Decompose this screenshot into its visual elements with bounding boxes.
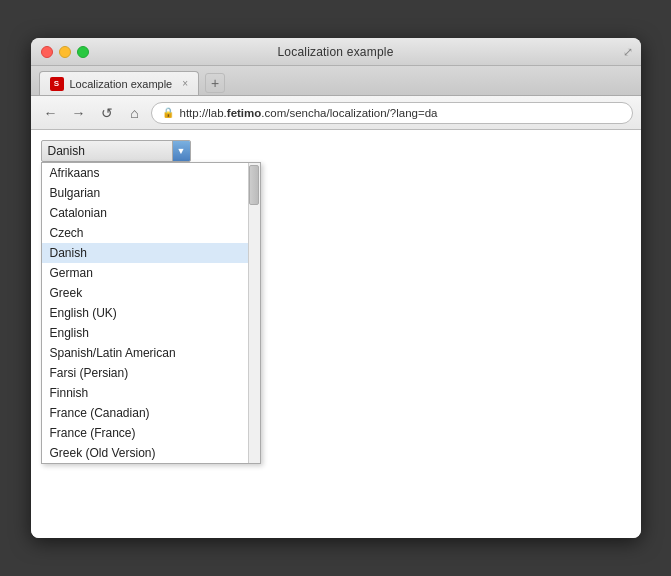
list-item[interactable]: Afrikaans xyxy=(42,163,260,183)
list-item[interactable]: German xyxy=(42,263,260,283)
list-item[interactable]: Catalonian xyxy=(42,203,260,223)
tab-label: Localization example xyxy=(70,78,173,90)
address-bar[interactable]: 🔒 http://lab.fetimo.com/sencha/localizat… xyxy=(151,102,633,124)
maximize-button[interactable] xyxy=(77,46,89,58)
list-item[interactable]: Czech xyxy=(42,223,260,243)
title-bar: Localization example ⤢ xyxy=(31,38,641,66)
tab-bar: S Localization example × + xyxy=(31,66,641,96)
list-item[interactable]: Spanish/Latin American xyxy=(42,343,260,363)
reload-button[interactable]: ↺ xyxy=(95,101,119,125)
tab-favicon: S xyxy=(50,77,64,91)
forward-button[interactable]: → xyxy=(67,101,91,125)
nav-bar: ← → ↺ ⌂ 🔒 http://lab.fetimo.com/sencha/l… xyxy=(31,96,641,130)
list-item[interactable]: France (Canadian) xyxy=(42,403,260,423)
dropdown-selected[interactable]: Danish ▼ xyxy=(41,140,191,162)
dropdown-list: AfrikaansBulgarianCatalonianCzechDanishG… xyxy=(41,162,261,464)
resize-icon: ⤢ xyxy=(623,45,633,59)
close-button[interactable] xyxy=(41,46,53,58)
title-bar-buttons xyxy=(41,46,89,58)
window-title: Localization example xyxy=(277,45,393,59)
address-lock-icon: 🔒 xyxy=(162,107,174,118)
list-item[interactable]: Greek (Old Version) xyxy=(42,443,260,463)
home-button[interactable]: ⌂ xyxy=(123,101,147,125)
minimize-button[interactable] xyxy=(59,46,71,58)
address-text: http://lab.fetimo.com/sencha/localizatio… xyxy=(180,107,622,119)
scrollbar-thumb[interactable] xyxy=(249,165,259,205)
list-item[interactable]: France (France) xyxy=(42,423,260,443)
list-item[interactable]: Danish xyxy=(42,243,260,263)
tab-close-icon[interactable]: × xyxy=(182,78,188,89)
dropdown-selected-label: Danish xyxy=(48,144,85,158)
list-item[interactable]: Finnish xyxy=(42,383,260,403)
list-item[interactable]: Farsi (Persian) xyxy=(42,363,260,383)
new-tab-button[interactable]: + xyxy=(205,73,225,93)
back-button[interactable]: ← xyxy=(39,101,63,125)
list-item[interactable]: English xyxy=(42,323,260,343)
content-area: Danish ▼ AfrikaansBulgarianCatalonianCze… xyxy=(31,130,641,538)
browser-window: Localization example ⤢ S Localization ex… xyxy=(31,38,641,538)
list-item[interactable]: English (UK) xyxy=(42,303,260,323)
dropdown-scrollbar[interactable] xyxy=(248,163,260,463)
list-item[interactable]: Greek xyxy=(42,283,260,303)
browser-tab[interactable]: S Localization example × xyxy=(39,71,200,95)
language-dropdown-widget: Danish ▼ AfrikaansBulgarianCatalonianCze… xyxy=(41,140,191,162)
list-item[interactable]: Bulgarian xyxy=(42,183,260,203)
dropdown-arrow[interactable]: ▼ xyxy=(172,141,190,161)
dropdown-arrow-icon: ▼ xyxy=(177,146,186,156)
